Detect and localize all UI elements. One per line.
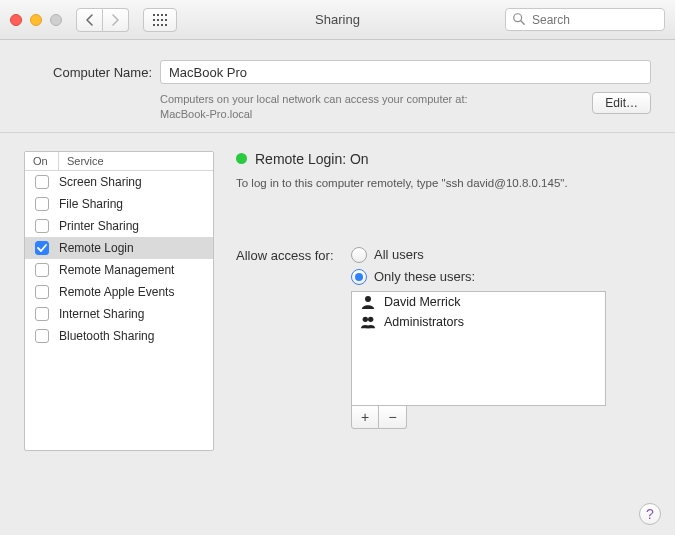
close-icon[interactable] — [10, 14, 22, 26]
service-item[interactable]: Remote Management — [25, 259, 213, 281]
svg-rect-8 — [153, 24, 155, 26]
svg-point-16 — [368, 316, 373, 321]
service-label: Remote Apple Events — [59, 285, 174, 299]
edit-hostname-button[interactable]: Edit… — [592, 92, 651, 114]
svg-rect-2 — [161, 14, 163, 16]
svg-rect-1 — [157, 14, 159, 16]
svg-line-13 — [521, 21, 525, 25]
col-service: Service — [59, 152, 112, 170]
user-row[interactable]: Administrators — [352, 312, 605, 332]
svg-rect-0 — [153, 14, 155, 16]
minimize-icon[interactable] — [30, 14, 42, 26]
service-item[interactable]: Screen Sharing — [25, 171, 213, 193]
nav-buttons — [76, 8, 129, 32]
show-all-button[interactable] — [143, 8, 177, 32]
svg-rect-5 — [157, 19, 159, 21]
computer-name-label: Computer Name: — [24, 65, 152, 80]
service-label: Screen Sharing — [59, 175, 142, 189]
main-area: On Service Screen SharingFile SharingPri… — [0, 133, 675, 535]
service-item[interactable]: Remote Apple Events — [25, 281, 213, 303]
radio-only-these-users[interactable]: Only these users: — [351, 269, 475, 285]
service-item[interactable]: File Sharing — [25, 193, 213, 215]
access-label: Allow access for: — [236, 247, 341, 263]
user-label: Administrators — [384, 315, 464, 329]
service-item[interactable]: Remote Login — [25, 237, 213, 259]
back-button[interactable] — [76, 8, 103, 32]
service-checkbox[interactable] — [35, 329, 49, 343]
search-wrap — [505, 8, 665, 31]
add-user-button[interactable]: + — [351, 405, 379, 429]
user-list-wrap: David MerrickAdministrators + − — [351, 291, 606, 429]
service-label: Bluetooth Sharing — [59, 329, 154, 343]
service-label: Internet Sharing — [59, 307, 144, 321]
user-list-buttons: + − — [351, 406, 606, 429]
service-checkbox[interactable] — [35, 219, 49, 233]
svg-rect-11 — [165, 24, 167, 26]
service-detail: Remote Login: On To log in to this compu… — [236, 151, 651, 523]
grid-icon — [153, 14, 167, 26]
service-checkbox[interactable] — [35, 197, 49, 211]
computer-name-subtext: Computers on your local network can acce… — [160, 92, 584, 122]
service-list[interactable]: Screen SharingFile SharingPrinter Sharin… — [25, 171, 213, 450]
service-label: Remote Login — [59, 241, 134, 255]
svg-rect-3 — [165, 14, 167, 16]
user-list[interactable]: David MerrickAdministrators — [351, 291, 606, 406]
computer-name-input[interactable] — [160, 60, 651, 84]
service-label: File Sharing — [59, 197, 123, 211]
maximize-icon — [50, 14, 62, 26]
status-title: Remote Login: On — [255, 151, 369, 167]
user-row[interactable]: David Merrick — [352, 292, 605, 312]
svg-rect-4 — [153, 19, 155, 21]
service-checkbox[interactable] — [35, 307, 49, 321]
titlebar: Sharing — [0, 0, 675, 40]
service-checkbox[interactable] — [35, 175, 49, 189]
service-item[interactable]: Printer Sharing — [25, 215, 213, 237]
status-row: Remote Login: On — [236, 151, 651, 167]
service-item[interactable]: Bluetooth Sharing — [25, 325, 213, 347]
svg-rect-10 — [161, 24, 163, 26]
service-checkbox[interactable] — [35, 241, 49, 255]
svg-point-15 — [363, 316, 368, 321]
sharing-window: Sharing Computer Name: Computers on your… — [0, 0, 675, 535]
service-panel-header: On Service — [25, 152, 213, 171]
login-hint: To log in to this computer remotely, typ… — [236, 177, 651, 189]
forward-button[interactable] — [103, 8, 129, 32]
access-section: Allow access for: All users Only these u… — [236, 247, 651, 429]
svg-point-14 — [365, 296, 371, 302]
radio-icon — [351, 247, 367, 263]
svg-rect-6 — [161, 19, 163, 21]
remove-user-button[interactable]: − — [379, 405, 407, 429]
window-controls — [10, 14, 62, 26]
col-on: On — [25, 152, 59, 170]
service-label: Remote Management — [59, 263, 174, 277]
service-panel: On Service Screen SharingFile SharingPri… — [24, 151, 214, 451]
status-dot-icon — [236, 153, 247, 164]
svg-rect-9 — [157, 24, 159, 26]
radio-icon — [351, 269, 367, 285]
user-label: David Merrick — [384, 295, 460, 309]
svg-rect-7 — [165, 19, 167, 21]
computer-name-section: Computer Name: Computers on your local n… — [0, 40, 675, 133]
search-icon — [512, 12, 526, 26]
service-item[interactable]: Internet Sharing — [25, 303, 213, 325]
radio-all-users[interactable]: All users — [351, 247, 475, 263]
help-button[interactable]: ? — [639, 503, 661, 525]
search-input[interactable] — [505, 8, 665, 31]
service-checkbox[interactable] — [35, 263, 49, 277]
service-label: Printer Sharing — [59, 219, 139, 233]
service-checkbox[interactable] — [35, 285, 49, 299]
